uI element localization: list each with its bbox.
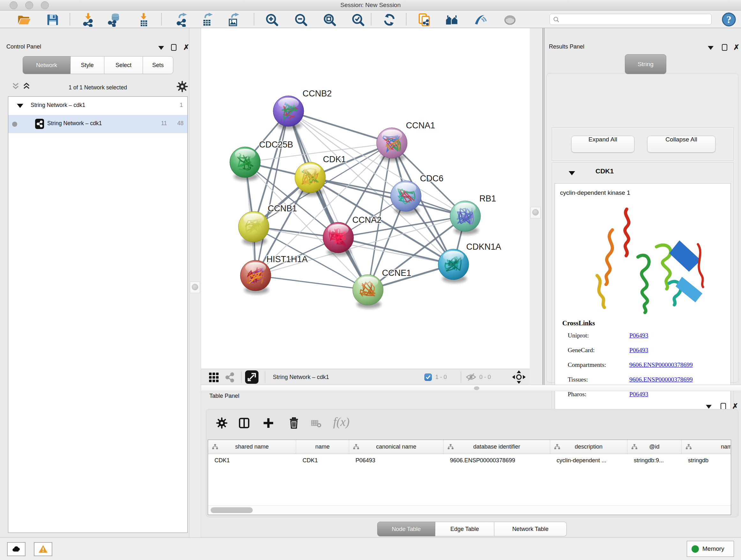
tab-select[interactable]: Select [104,56,143,74]
tab-style[interactable]: Style [70,56,105,74]
network-options-gear-icon[interactable] [176,80,188,92]
horizontal-splitter-handle[interactable] [474,386,479,390]
network-node-CCNB2[interactable] [273,96,304,130]
column-header-database-identifier[interactable]: database identifier [444,440,550,454]
open-session-icon[interactable] [17,13,31,27]
network-share-view-icon[interactable] [224,372,235,383]
crosslink-link[interactable]: 9606.ENSP00000378699 [629,361,693,368]
column-header-namespace[interactable]: namespace [682,440,731,454]
collection-expand-caret[interactable] [17,104,23,108]
table-cell[interactable]: stringdb [682,454,731,467]
tab-edge-table[interactable]: Edge Table [435,522,494,537]
save-session-icon[interactable] [46,13,60,27]
network-node-CDK1[interactable] [295,162,326,196]
show-columns-icon[interactable] [238,417,250,429]
export-image-icon[interactable] [227,13,241,27]
export-network-icon[interactable] [175,13,189,27]
crosslink-link[interactable]: P06493 [629,391,649,398]
import-table-icon[interactable] [137,13,151,27]
network-node-RB1[interactable] [450,201,481,235]
import-network-database-icon[interactable] [107,13,121,27]
clone-network-icon[interactable] [417,13,431,27]
table-cell[interactable]: CDK1 [296,454,349,467]
column-header-canonical-name[interactable]: canonical name [349,440,444,454]
tab-node-table[interactable]: Node Table [377,522,435,537]
warning-status-button[interactable] [34,542,52,556]
tab-string[interactable]: String [625,54,666,74]
network-node-CCNB1[interactable] [239,211,269,245]
network-node-CCNA2[interactable] [323,222,354,256]
search-input[interactable] [549,14,712,25]
refresh-icon[interactable] [382,13,396,27]
control-panel-close-icon[interactable]: ✗ [183,44,189,51]
network-node-CCNA1[interactable] [377,128,407,162]
show-all-networks-icon[interactable] [445,13,459,27]
network-node-HIST1H1A[interactable] [240,260,271,294]
delete-table-icon[interactable] [311,419,322,428]
table-panel-float-icon[interactable] [721,403,726,410]
tab-network[interactable]: Network [23,56,71,74]
zoom-out-icon[interactable] [294,13,308,27]
table-settings-gear-icon[interactable] [216,417,228,429]
results-panel-menu-icon[interactable] [708,46,714,50]
network-edge[interactable] [288,111,392,143]
section-collapse-caret[interactable] [569,171,575,175]
crosslink-link[interactable]: 9606.ENSP00000378699 [629,376,693,383]
table-cell[interactable]: cyclin-dependent ... [550,454,627,467]
network-edge[interactable] [256,275,368,290]
help-icon[interactable]: ? [722,12,736,26]
column-header-description[interactable]: description [550,440,627,454]
network-node-CDC6[interactable] [391,181,421,214]
import-network-file-icon[interactable] [81,13,95,27]
zoom-fit-icon[interactable] [323,13,337,27]
results-panel-float-icon[interactable] [722,44,727,51]
hidden-eye-icon[interactable] [465,372,477,382]
fit-content-crosshair-icon[interactable] [512,370,526,384]
crosslink-link[interactable]: P06493 [629,347,649,354]
control-panel-menu-icon[interactable] [158,46,164,50]
tab-sets[interactable]: Sets [143,56,173,74]
zoom-selected-icon[interactable] [351,13,365,27]
memory-button[interactable]: Memory [687,541,734,557]
network-view[interactable]: CCNB2CCNA1CDC25BCDK1CDC6RB1CCNB1CCNA2CDK… [201,28,530,385]
network-row-selected[interactable]: String Network – cdk1 11 48 [8,115,187,133]
horizontal-splitter[interactable] [201,385,741,391]
right-splitter-handle[interactable] [530,207,541,219]
column-header--id[interactable]: @id [627,440,682,454]
control-panel-float-icon[interactable] [171,44,177,51]
crosslink-link[interactable]: P06493 [629,332,649,339]
cloud-status-button[interactable] [7,542,25,556]
hide-labels-icon[interactable] [473,13,487,27]
network-node-CCNE1[interactable] [353,274,383,308]
network-node-CDKN1A[interactable] [438,249,469,283]
right-splitter[interactable] [530,28,544,385]
network-canvas[interactable]: CCNB2CCNA1CDC25BCDK1CDC6RB1CCNB1CCNA2CDK… [201,28,530,369]
preview-eye-icon[interactable] [503,13,517,27]
results-panel-close-icon[interactable]: ✗ [733,44,739,51]
network-node-CDC25B[interactable] [230,147,260,181]
selected-checkbox[interactable] [424,374,432,381]
table-cell[interactable]: stringdb:9... [627,454,682,467]
table-panel-menu-icon[interactable] [706,405,712,409]
delete-column-icon[interactable] [288,417,300,429]
table-row[interactable]: CDK1CDK1P064939606.ENSP00000378699cyclin… [208,454,731,467]
collapse-all-button[interactable]: Collapse All [647,136,716,152]
export-table-icon[interactable] [201,13,215,27]
scrollbar-thumb[interactable] [211,507,253,513]
network-collection-row[interactable]: String Network – cdk1 1 [8,97,187,115]
table-horizontal-scrollbar[interactable] [208,505,731,515]
grid-view-icon[interactable] [208,372,219,383]
column-header-shared-name[interactable]: shared name [208,440,296,454]
network-edge[interactable] [338,238,454,264]
table-cell[interactable]: 9606.ENSP00000378699 [444,454,550,467]
expand-all-button[interactable]: Expand All [571,136,634,152]
zoom-in-icon[interactable] [265,13,279,27]
table-cell[interactable]: CDK1 [208,454,296,467]
left-splitter-handle[interactable] [190,282,200,293]
tab-network-table[interactable]: Network Table [494,522,567,537]
left-splitter[interactable] [189,28,201,537]
column-header-name[interactable]: name [296,440,349,454]
birdseye-view-button[interactable] [245,370,259,384]
function-builder-icon[interactable]: f(x) [333,415,349,429]
table-cell[interactable]: P06493 [349,454,444,467]
